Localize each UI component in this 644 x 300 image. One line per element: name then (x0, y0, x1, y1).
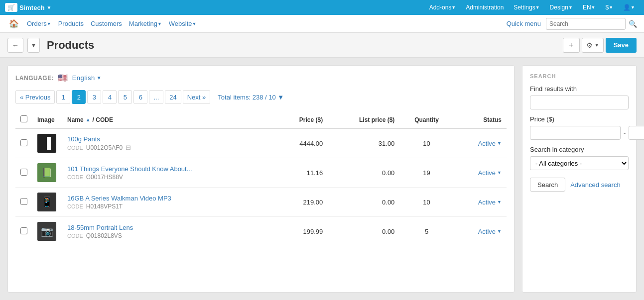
col-listprice-header: List price ($) (328, 111, 399, 128)
page-6-button[interactable]: 6 (133, 90, 147, 104)
pagination: « Previous 1 2 3 4 5 6 ... 24 Next » Tot… (15, 90, 507, 104)
price-label: Price ($) (530, 115, 629, 123)
quantity-1: 10 (399, 128, 453, 158)
products-menu[interactable]: Products (55, 15, 87, 33)
find-results-label: Find results with (530, 85, 629, 93)
orders-menu[interactable]: Orders ▼ (24, 15, 54, 33)
status-3[interactable]: Active ▼ (459, 199, 502, 206)
home-button[interactable]: 🏠 (5, 19, 23, 28)
table-row: 📷 18-55mm Portrait Lens CODE Q01802L8VS … (15, 217, 507, 246)
language-value: English (72, 74, 95, 82)
back-button[interactable]: ← (7, 38, 23, 53)
col-price-header: Price ($) (275, 111, 328, 128)
cart-icon: 🛒 (5, 3, 17, 12)
code-value-3: H0148VPS1T (86, 203, 123, 210)
page-title: Products (47, 39, 94, 52)
name-sort[interactable]: Name ▲ / CODE (67, 116, 270, 123)
status-value-2: Active (478, 169, 496, 177)
design-menu[interactable]: Design ▼ (546, 0, 577, 15)
product-image-1: ▐ (37, 134, 56, 153)
find-results-input[interactable] (530, 96, 629, 109)
row-3-checkbox[interactable] (20, 198, 27, 205)
gear-button[interactable]: ⚙ ▼ (582, 38, 604, 53)
per-page-selector[interactable]: 10 ▼ (268, 94, 284, 101)
top-bar: 🛒 Simtech ▼ Add-ons ▼ Administration Set… (0, 0, 644, 15)
product-name-1[interactable]: 100g Pants (67, 135, 270, 143)
category-select[interactable]: - All categories - (530, 156, 629, 170)
price-4: 199.99 (275, 217, 328, 246)
product-name-3[interactable]: 16GB A Series Walkman Video MP3 (67, 195, 270, 202)
addons-menu[interactable]: Add-ons ▼ (425, 0, 460, 15)
page-5-button[interactable]: 5 (118, 90, 132, 104)
status-value-3: Active (478, 199, 496, 206)
row-1-checkbox[interactable] (20, 139, 27, 146)
quantity-3: 10 (399, 188, 453, 217)
back-dropdown-button[interactable]: ▼ (27, 38, 40, 53)
quick-search-input[interactable] (546, 18, 626, 30)
status-dropdown-icon-1: ▼ (497, 141, 502, 146)
page-24-button[interactable]: 24 (165, 90, 181, 104)
price-from-input[interactable] (530, 126, 621, 140)
row-4-checkbox[interactable] (20, 227, 27, 234)
language-dropdown-icon: ▼ (97, 75, 102, 81)
header-actions: + ⚙ ▼ Save (563, 38, 637, 53)
code-label-1: CODE (67, 145, 83, 151)
page-1-button[interactable]: 1 (56, 90, 70, 104)
code-label-4: CODE (67, 233, 83, 239)
product-name-2[interactable]: 101 Things Everyone Should Know About... (67, 165, 270, 173)
administration-menu[interactable]: Administration (462, 0, 508, 15)
product-code-2: CODE G0017HS88V (67, 174, 270, 181)
settings-menu[interactable]: Settings ▼ (510, 0, 543, 15)
select-all-checkbox[interactable] (20, 115, 27, 122)
price-range: - (530, 126, 629, 140)
brand-area: 🛒 Simtech ▼ (5, 3, 51, 12)
table-header-row: Image Name ▲ / CODE Price ($) List price… (15, 111, 507, 128)
brand-name[interactable]: Simtech (19, 4, 45, 11)
prev-button[interactable]: « Previous (15, 90, 55, 104)
table-row: ▐ 100g Pants CODE U0012O5AF0 ⊟ 4444.00 3… (15, 128, 507, 158)
save-button[interactable]: Save (606, 38, 637, 53)
product-code-1: CODE U0012O5AF0 ⊟ (67, 144, 270, 151)
quantity-2: 19 (399, 158, 453, 188)
add-product-button[interactable]: + (563, 38, 580, 53)
status-dropdown-icon-2: ▼ (497, 170, 502, 175)
website-menu[interactable]: Website ▼ (166, 15, 200, 33)
page-2-button[interactable]: 2 (72, 90, 86, 104)
code-value-1: U0012O5AF0 (86, 144, 123, 151)
col-quantity-header: Quantity (399, 111, 453, 128)
status-4[interactable]: Active ▼ (459, 228, 502, 235)
top-nav: Add-ons ▼ Administration Settings ▼ Desi… (425, 0, 639, 15)
advanced-search-button[interactable]: Advanced search (570, 181, 620, 189)
quick-menu-link[interactable]: Quick menu (503, 20, 545, 27)
status-dropdown-icon-4: ▼ (497, 229, 502, 234)
sort-asc-icon: ▲ (86, 117, 91, 122)
page-ellipsis[interactable]: ... (149, 90, 163, 104)
status-2[interactable]: Active ▼ (459, 169, 502, 177)
brand-dropdown-icon[interactable]: ▼ (47, 5, 52, 10)
code-label-2: CODE (67, 174, 83, 180)
currency-menu[interactable]: $ ▼ (601, 0, 617, 15)
price-to-input[interactable] (629, 126, 644, 140)
quick-search-icon[interactable]: 🔍 (627, 20, 639, 28)
price-1: 4444.00 (275, 128, 328, 158)
col-image-header: Image (32, 111, 62, 128)
code-value-4: Q01802L8VS (86, 232, 122, 239)
language-selector[interactable]: English ▼ (72, 74, 102, 82)
product-name-4[interactable]: 18-55mm Portrait Lens (67, 224, 270, 231)
user-menu[interactable]: 👤 ▼ (619, 0, 639, 15)
page-3-button[interactable]: 3 (87, 90, 101, 104)
customers-menu[interactable]: Customers (88, 15, 125, 33)
total-items: Total items: 238 / 10 ▼ (218, 94, 284, 101)
language-menu[interactable]: EN ▼ (579, 0, 600, 15)
next-button[interactable]: Next » (183, 90, 211, 104)
row-2-checkbox[interactable] (20, 169, 27, 176)
status-value-1: Active (478, 140, 496, 147)
listprice-3: 0.00 (328, 188, 399, 217)
status-1[interactable]: Active ▼ (459, 140, 502, 147)
copy-icon-1[interactable]: ⊟ (126, 144, 131, 151)
page-4-button[interactable]: 4 (103, 90, 117, 104)
search-button[interactable]: Search (530, 178, 565, 192)
price-separator: - (624, 129, 626, 137)
status-value-4: Active (478, 228, 496, 235)
marketing-menu[interactable]: Marketing ▼ (126, 15, 165, 33)
